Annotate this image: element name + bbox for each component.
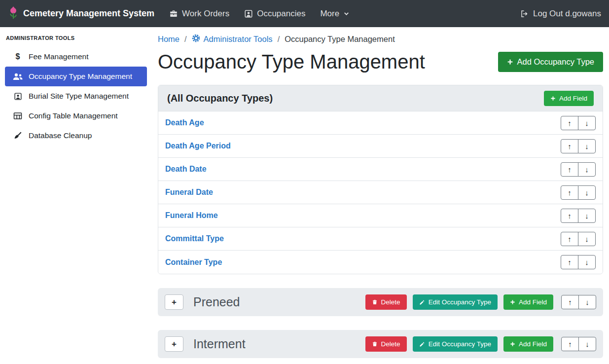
move-up-button[interactable]: ↑ [561, 116, 578, 130]
expand-button[interactable]: + [165, 336, 183, 352]
pencil-icon [419, 341, 425, 347]
plus-icon [507, 59, 513, 65]
breadcrumb-admin-label: Administrator Tools [204, 35, 273, 44]
gear-icon [192, 34, 200, 44]
field-link[interactable]: Death Date [165, 165, 207, 174]
field-row: Funeral Home ↑ ↓ [158, 204, 603, 227]
breadcrumb-separator: / [184, 35, 187, 44]
section-title: Preneed [193, 295, 240, 309]
move-down-button[interactable]: ↓ [578, 337, 596, 351]
trash-icon [372, 341, 378, 347]
move-down-button[interactable]: ↓ [578, 232, 596, 246]
delete-button[interactable]: Delete [365, 294, 407, 310]
occupancy-type-section-interment: + Interment Delete Edit Occupancy Type [158, 330, 603, 358]
card-header: (All Occupancy Types) Add Field [158, 85, 603, 111]
edit-occupancy-type-label: Edit Occupancy Type [429, 298, 491, 306]
move-down-button[interactable]: ↓ [578, 255, 596, 269]
move-up-button[interactable]: ↑ [561, 337, 579, 351]
sidebar-item-label: Burial Site Type Management [29, 92, 129, 101]
sidebar-item-label: Database Cleanup [29, 131, 92, 140]
delete-label: Delete [381, 298, 400, 306]
edit-occupancy-type-button[interactable]: Edit Occupancy Type [413, 294, 498, 310]
delete-button[interactable]: Delete [365, 336, 407, 352]
sidebar-item-database-cleanup[interactable]: Database Cleanup [5, 126, 147, 146]
nav-work-orders[interactable]: Work Orders [169, 9, 229, 19]
table-icon [12, 112, 24, 120]
breadcrumb-current: Occupancy Type Management [285, 35, 395, 44]
move-down-button[interactable]: ↓ [578, 116, 596, 130]
breadcrumb-admin-tools[interactable]: Administrator Tools [192, 34, 273, 44]
users-icon [12, 73, 24, 80]
add-occupancy-type-label: Add Occupancy Type [517, 57, 594, 67]
move-down-button[interactable]: ↓ [578, 139, 596, 153]
field-link[interactable]: Container Type [165, 258, 222, 267]
sidebar-item-config-table-management[interactable]: Config Table Management [5, 106, 147, 126]
add-field-label: Add Field [519, 298, 547, 306]
pencil-icon [419, 299, 425, 305]
breadcrumb: Home / Administrator Tools / Occupancy T… [158, 33, 603, 45]
add-field-button[interactable]: Add Field [544, 91, 594, 106]
add-field-button[interactable]: Add Field [503, 336, 553, 352]
logout-icon [520, 9, 529, 18]
occupancies-icon [244, 9, 253, 18]
move-down-button[interactable]: ↓ [578, 295, 596, 309]
sidebar-item-occupancy-type-management[interactable]: Occupancy Type Management [5, 67, 147, 86]
edit-occupancy-type-label: Edit Occupancy Type [429, 340, 491, 348]
app-brand[interactable]: Cemetery Management System [8, 6, 154, 22]
delete-label: Delete [381, 340, 400, 348]
field-link[interactable]: Funeral Date [165, 188, 213, 197]
reorder-buttons: ↑ ↓ [561, 185, 596, 200]
expand-button[interactable]: + [165, 294, 183, 310]
sidebar-item-fee-management[interactable]: $ Fee Management [5, 47, 147, 67]
logout-label: Log Out d.gowans [533, 9, 601, 19]
add-occupancy-type-button[interactable]: Add Occupancy Type [498, 52, 603, 72]
field-link[interactable]: Funeral Home [165, 211, 218, 220]
field-row: Container Type ↑ ↓ [158, 251, 603, 274]
reorder-buttons: ↑ ↓ [561, 255, 596, 269]
edit-occupancy-type-button[interactable]: Edit Occupancy Type [413, 336, 498, 352]
move-up-button[interactable]: ↑ [561, 162, 578, 177]
trash-icon [372, 299, 378, 305]
field-link[interactable]: Death Age [165, 118, 204, 127]
add-field-label: Add Field [519, 340, 547, 348]
move-up-button[interactable]: ↑ [561, 232, 578, 246]
field-link[interactable]: Death Age Period [165, 142, 231, 150]
sidebar-heading: ADMINISTRATOR TOOLS [0, 33, 152, 47]
move-up-button[interactable]: ↑ [561, 185, 578, 200]
sidebar-item-label: Config Table Management [29, 111, 118, 120]
move-down-button[interactable]: ↓ [578, 185, 596, 200]
sidebar-item-burial-site-type-management[interactable]: Burial Site Type Management [5, 86, 147, 106]
field-row: Death Age ↑ ↓ [158, 111, 603, 135]
sidebar: ADMINISTRATOR TOOLS $ Fee Management Occ… [0, 27, 152, 364]
sidebar-item-label: Fee Management [29, 52, 89, 61]
broom-icon [12, 131, 24, 140]
nav-link-label: Work Orders [182, 9, 229, 19]
field-row: Death Age Period ↑ ↓ [158, 135, 603, 158]
nav-occupancies[interactable]: Occupancies [244, 9, 305, 19]
breadcrumb-home[interactable]: Home [158, 35, 179, 44]
all-occupancy-types-card: (All Occupancy Types) Add Field Death Ag… [158, 85, 603, 274]
field-row: Committal Type ↑ ↓ [158, 227, 603, 251]
burial-site-icon [12, 92, 24, 101]
chevron-down-icon [343, 10, 350, 17]
occupancy-type-section-preneed: + Preneed Delete Edit Occupancy Type [158, 288, 603, 316]
reorder-buttons: ↑ ↓ [561, 232, 596, 246]
reorder-buttons: ↑ ↓ [561, 209, 596, 223]
add-field-button[interactable]: Add Field [503, 294, 553, 310]
reorder-buttons: ↑ ↓ [561, 295, 596, 309]
main-content: Home / Administrator Tools / Occupancy T… [152, 27, 609, 364]
plus-icon [510, 299, 515, 305]
reorder-buttons: ↑ ↓ [561, 337, 596, 351]
move-down-button[interactable]: ↓ [578, 162, 596, 177]
move-up-button[interactable]: ↑ [561, 295, 579, 309]
field-link[interactable]: Committal Type [165, 234, 224, 243]
reorder-buttons: ↑ ↓ [561, 139, 596, 153]
move-down-button[interactable]: ↓ [578, 209, 596, 223]
move-up-button[interactable]: ↑ [561, 255, 578, 269]
move-up-button[interactable]: ↑ [561, 209, 578, 223]
dollar-icon: $ [12, 52, 24, 61]
logout-link[interactable]: Log Out d.gowans [520, 9, 601, 19]
nav-more[interactable]: More [320, 9, 350, 19]
move-up-button[interactable]: ↑ [561, 139, 578, 153]
plus-icon [550, 96, 556, 101]
